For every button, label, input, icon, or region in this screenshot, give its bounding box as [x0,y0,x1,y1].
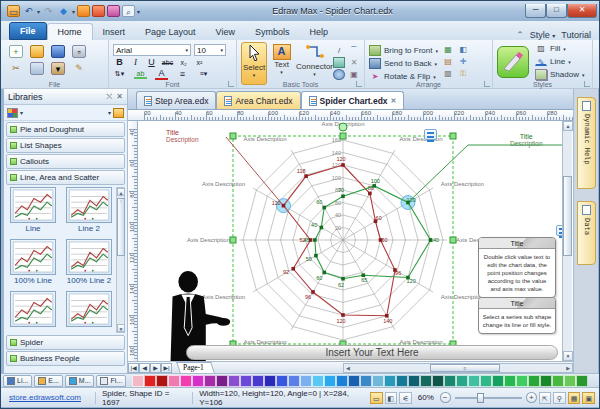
page-tab[interactable]: Page-1 [176,362,214,373]
store-link[interactable]: store.edrawsoft.com [9,393,81,402]
shape-thumbnail[interactable]: 100% Line [8,239,58,285]
highlight-icon[interactable]: ab [134,70,147,79]
save-icon[interactable] [51,45,65,58]
arrange-dialog-launcher[interactable] [484,81,490,87]
app-icon[interactable]: ▭ [7,5,20,17]
data-point[interactable] [311,290,315,294]
rect-shape-icon[interactable] [333,57,345,68]
menu-tab-file[interactable]: File [9,22,47,40]
scroll-up-icon[interactable]: ▲ [563,121,573,131]
menu-tab-page-layout[interactable]: Page Layout [135,24,206,40]
group-icon[interactable]: ▦ [442,44,454,55]
vertical-ruler[interactable]: 406080100120140160180 [128,121,138,361]
right-callout-line[interactable] [408,145,563,203]
first-page-button[interactable]: |◀ [128,363,139,373]
center-icon[interactable]: ✛ [457,56,469,67]
data-point[interactable] [291,267,295,271]
data-point[interactable] [313,238,317,242]
format-painter-icon[interactable]: ✎ [72,62,86,75]
data-label[interactable]: 120 [407,278,416,284]
undo-icon[interactable]: ↶ [22,5,35,17]
last-page-button[interactable]: ▶| [161,363,172,373]
data-label[interactable]: 70 [338,187,344,193]
paste-icon[interactable]: ▾ [51,62,65,75]
palette-swatch[interactable] [540,375,552,387]
palette-swatch[interactable] [408,375,420,387]
line-shape-icon[interactable]: / [333,45,345,56]
data-label[interactable]: 45 [304,237,310,243]
zoom-in-icon[interactable]: + [526,392,537,403]
palette-swatch[interactable] [528,375,540,387]
crop-icon[interactable]: ▣ [348,69,360,80]
navigate-icon[interactable]: ◆ [57,5,70,17]
normal-view-icon[interactable]: ▭ [370,392,383,404]
font-family-select[interactable]: Arial ▾ [113,44,191,56]
library-group-spider[interactable]: Spider [6,335,125,350]
palette-swatch[interactable] [228,375,240,387]
data-point[interactable] [341,313,345,317]
data-label[interactable]: 118 [297,168,306,174]
redo-icon[interactable]: ↷ [42,5,55,17]
palette-swatch[interactable] [564,375,576,387]
data-point[interactable] [341,163,345,167]
vertical-scroll-thumb[interactable] [563,176,572,256]
pan-icon[interactable]: ▣ [582,392,595,404]
doc-tab-3[interactable]: Spider Chart.edx✕ [301,91,405,109]
help-note-1[interactable]: Title Double click value text to edit th… [478,237,556,298]
palette-swatch[interactable] [432,375,444,387]
data-point[interactable] [314,254,318,258]
superscript-button[interactable]: x² [193,59,206,66]
palette-swatch[interactable] [240,375,252,387]
data-label[interactable]: 120 [336,156,345,162]
data-label[interactable]: 60 [376,215,382,221]
data-point[interactable] [368,192,372,196]
zoom-slider-thumb[interactable] [477,393,484,403]
palette-swatch[interactable] [492,375,504,387]
data-label[interactable]: 65 [361,277,367,283]
minimize-button[interactable]: ─ [525,4,546,18]
palette-swatch[interactable] [384,375,396,387]
italic-button[interactable]: I [129,57,142,67]
maximize-button[interactable]: □ [546,4,567,18]
palette-swatch[interactable] [216,375,228,387]
panel-tab-2[interactable]: E... [34,375,63,387]
page-view-icon[interactable]: ◧ [385,392,398,404]
palette-swatch[interactable] [300,375,312,387]
scroll-down-icon[interactable]: ▼ [563,351,573,361]
open-icon[interactable] [30,45,44,58]
bring-to-front-button[interactable]: Bring to Front▾ [369,44,438,57]
palette-swatch[interactable] [468,375,480,387]
palette-swatch[interactable] [372,375,384,387]
next-page-button[interactable]: ▶ [150,363,161,373]
horizontal-scroll-thumb[interactable]: ≡ [430,364,500,372]
data-point[interactable] [341,194,345,198]
new-document-icon[interactable]: + [9,45,23,58]
vertical-scrollbar[interactable]: ▲ ▼ [562,121,572,361]
data-label[interactable]: 92 [283,269,289,275]
palette-swatch[interactable] [288,375,300,387]
panel-tab-3[interactable]: M... [65,375,95,387]
palette-swatch[interactable] [264,375,276,387]
palette-swatch[interactable] [444,375,456,387]
zoom-slider[interactable] [455,397,522,399]
close-button[interactable]: ✕ [567,4,597,18]
distribute-icon[interactable]: ▩ [442,68,454,79]
bullet-list-icon[interactable]: ≡▾ [197,70,210,78]
palette-swatch[interactable] [360,375,372,387]
underline-button[interactable]: U [145,57,158,67]
palette-swatch[interactable] [144,375,156,387]
prev-page-button[interactable]: ◀ [139,363,150,373]
line-spacing-icon[interactable]: ⇅▾ [113,70,126,78]
columns-icon[interactable]: ◧ [457,44,469,55]
palette-swatch[interactable] [576,375,588,387]
collapse-ribbon-icon[interactable]: ⌃ [516,30,524,40]
preview-icon[interactable]: ⌕ [122,5,135,17]
shadow-button[interactable]: Shadow▾ [535,68,584,81]
library-group-business-people[interactable]: Business People [6,351,125,366]
selection-handle[interactable] [450,237,456,243]
palette-swatch[interactable] [312,375,324,387]
subscript-button[interactable]: x₂ [177,59,190,66]
align-shapes-icon[interactable]: ▤ [442,56,454,67]
palette-swatch[interactable] [504,375,516,387]
doc-tab-1[interactable]: Step Area.edx [136,91,216,109]
